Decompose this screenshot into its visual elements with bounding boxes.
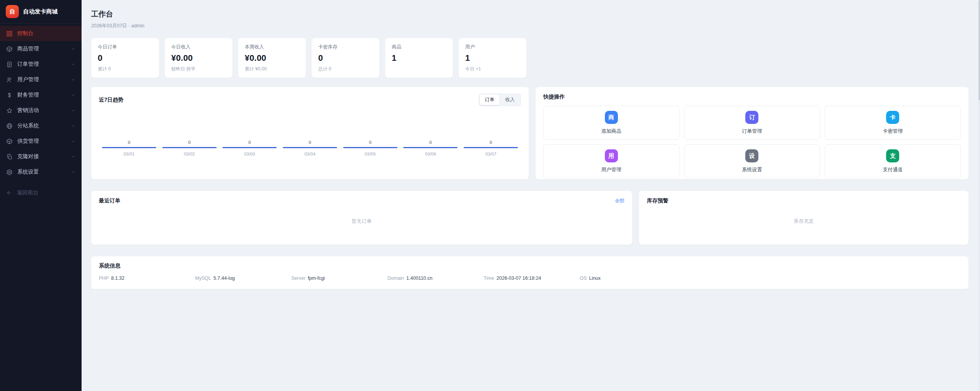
stat-card-用户: 用户1今日 +1 <box>459 38 526 78</box>
system-info-OS: OSLinux <box>580 276 676 281</box>
sidebar-item-分站系统[interactable]: 分站系统 <box>0 118 82 134</box>
sidebar-item-label: 控制台 <box>17 30 75 37</box>
stats-row: 今日订单0累计 0今日收入¥0.00较昨日 持平本周收入¥0.00累计 ¥0.0… <box>91 38 968 78</box>
quick-action-icon: 用 <box>605 149 618 162</box>
system-info-value: 5.7.44-log <box>214 276 235 281</box>
stock-empty-state: 库存充足 <box>647 204 961 238</box>
stat-label: 今日收入 <box>171 44 226 50</box>
chart-bar <box>102 147 156 148</box>
system-info-label: MySQL <box>195 276 211 281</box>
sidebar-item-控制台[interactable]: 控制台 <box>0 26 82 41</box>
system-info-Server: Serverfpm-fcgi <box>291 276 387 281</box>
quick-actions-grid: 商添加商品订订单管理卡卡密管理用用户管理设系统设置支支付通道 <box>543 106 961 178</box>
chevron-down-icon <box>71 139 75 144</box>
sidebar-item-财务管理[interactable]: 财务管理 <box>0 87 82 103</box>
stat-value: 1 <box>392 53 446 63</box>
stock-alert-title: 库存预警 <box>647 197 668 204</box>
quick-actions-card: 快捷操作 商添加商品订订单管理卡卡密管理用用户管理设系统设置支支付通道 <box>536 87 968 179</box>
app-logo[interactable]: 自 自动发卡商城 <box>0 0 82 23</box>
sidebar-item-label: 系统设置 <box>17 169 66 175</box>
quick-action-支付通道[interactable]: 支支付通道 <box>825 144 961 178</box>
view-all-orders-link[interactable]: 全部 <box>615 198 624 204</box>
trend-toggle-收入[interactable]: 收入 <box>500 95 520 105</box>
sidebar-item-商品管理[interactable]: 商品管理 <box>0 41 82 57</box>
chart-tick-label: 03/01 <box>99 152 159 156</box>
system-info-label: Server <box>291 276 306 281</box>
system-info-label: Domain <box>387 276 404 281</box>
quick-action-用户管理[interactable]: 用用户管理 <box>543 144 679 178</box>
system-info-list: PHP8.1.32MySQL5.7.44-logServerfpm-fcgiDo… <box>99 276 961 281</box>
stat-card-今日订单: 今日订单0累计 0 <box>91 38 159 78</box>
chart-column: 003/06 <box>401 140 461 156</box>
system-info-value: 1.400110.cn <box>406 276 432 281</box>
system-info-value: 8.1.32 <box>111 276 125 281</box>
stat-value: 1 <box>465 53 520 63</box>
chart-column: 003/05 <box>340 140 401 156</box>
dashboard-icon <box>6 30 13 37</box>
system-info-title: 系统信息 <box>99 262 961 269</box>
sidebar-item-营销活动[interactable]: 营销活动 <box>0 103 82 118</box>
sidebar-item-用户管理[interactable]: 用户管理 <box>0 72 82 87</box>
app-title: 自动发卡商城 <box>23 8 58 15</box>
quick-action-icon: 卡 <box>886 111 899 124</box>
scrollbar-thumb[interactable] <box>978 0 980 100</box>
system-info-label: OS <box>580 276 587 281</box>
quick-action-订单管理[interactable]: 订订单管理 <box>684 106 820 140</box>
scrollbar[interactable] <box>978 0 980 391</box>
chart-value-label: 0 <box>461 140 521 145</box>
sidebar-item-克隆对接[interactable]: 克隆对接 <box>0 149 82 164</box>
quick-action-系统设置[interactable]: 设系统设置 <box>684 144 820 178</box>
gear-icon <box>6 169 13 175</box>
trend-title: 近7日趋势 <box>99 97 124 104</box>
stock-alert-card: 库存预警 库存充足 <box>639 191 968 245</box>
sidebar-item-label: 克隆对接 <box>17 153 66 160</box>
quick-action-icon: 订 <box>745 111 758 124</box>
sidebar-item-订单管理[interactable]: 订单管理 <box>0 57 82 72</box>
chevron-down-icon <box>71 62 75 67</box>
chevron-down-icon <box>71 124 75 128</box>
chart-tick-label: 03/05 <box>340 152 401 156</box>
quick-action-添加商品[interactable]: 商添加商品 <box>543 106 679 140</box>
system-info-value: fpm-fcgi <box>308 276 325 281</box>
sidebar-item-供货管理[interactable]: 供货管理 <box>0 134 82 149</box>
chart-bar <box>222 147 277 148</box>
chart-column: 003/07 <box>461 140 521 156</box>
system-info-value: Linux <box>589 276 601 281</box>
stat-card-本周收入: 本周收入¥0.00累计 ¥0.00 <box>238 38 306 78</box>
stat-card-今日收入: 今日收入¥0.00较昨日 持平 <box>165 38 232 78</box>
chart-value-label: 0 <box>340 140 401 145</box>
system-info-PHP: PHP8.1.32 <box>99 276 195 281</box>
stat-value: ¥0.00 <box>245 53 299 63</box>
quick-action-icon: 支 <box>886 149 899 162</box>
box-icon <box>6 46 13 52</box>
trend-toggle-订单[interactable]: 订单 <box>480 95 499 105</box>
chart-value-label: 0 <box>99 140 159 145</box>
system-info-label: Time <box>484 276 494 281</box>
chart-column: 003/02 <box>159 140 220 156</box>
recent-orders-card: 最近订单 全部 暂无订单 <box>91 191 632 245</box>
quick-action-label: 添加商品 <box>601 128 621 135</box>
chart-column: 003/04 <box>280 140 340 156</box>
system-info-Time: Time2026-03-07 16:18:24 <box>484 276 580 281</box>
stat-value: 0 <box>318 53 373 63</box>
chart-bar <box>343 147 397 148</box>
sidebar-item-back-to-front[interactable]: 返回前台 <box>0 185 82 201</box>
system-info-label: PHP <box>99 276 109 281</box>
quick-action-label: 用户管理 <box>601 166 621 173</box>
sidebar-item-label: 分站系统 <box>17 122 66 129</box>
stat-subtext: 累计 ¥0.00 <box>245 66 299 72</box>
system-info-value: 2026-03-07 16:18:24 <box>496 276 541 281</box>
quick-actions-title: 快捷操作 <box>543 94 961 100</box>
arrow-left-icon <box>6 190 12 196</box>
sidebar-item-系统设置[interactable]: 系统设置 <box>0 164 82 180</box>
stat-value: ¥0.00 <box>171 53 226 63</box>
chevron-down-icon <box>71 93 75 97</box>
main-content: 工作台 2026年03月07日 · admin 今日订单0累计 0今日收入¥0.… <box>82 0 980 391</box>
page-subtitle: 2026年03月07日 · admin <box>91 23 968 29</box>
system-row: 系统信息 PHP8.1.32MySQL5.7.44-logServerfpm-f… <box>91 256 968 289</box>
app-root: 自 自动发卡商城 控制台商品管理订单管理用户管理财务管理营销活动分站系统供货管理… <box>0 0 980 391</box>
system-info-Domain: Domain1.400110.cn <box>387 276 484 281</box>
quick-action-卡密管理[interactable]: 卡卡密管理 <box>825 106 961 140</box>
chart-bar <box>283 147 337 148</box>
trend-chart: 003/01003/02003/03003/04003/05003/06003/… <box>99 140 521 156</box>
